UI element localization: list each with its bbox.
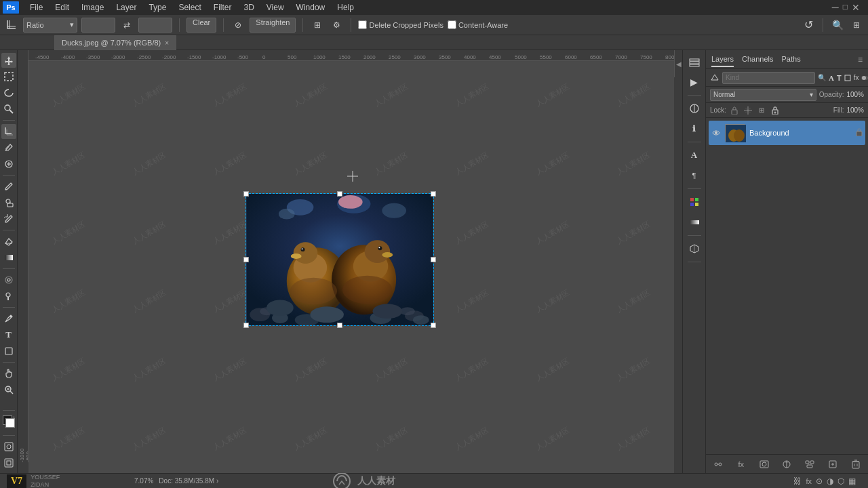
status-3d-btn[interactable]: ⬡ [837,476,844,486]
close-btn[interactable]: ✕ [852,2,860,13]
magic-wand-tool[interactable] [1,102,16,117]
healing-brush-tool[interactable] [1,157,16,171]
crop-handle-mr[interactable] [431,257,436,262]
status-fx-btn[interactable]: fx [806,477,812,485]
crop-handle-bl[interactable] [243,323,249,328]
tab-close-btn[interactable]: × [165,39,169,47]
menu-view[interactable]: View [261,1,290,14]
maximize-btn[interactable]: □ [843,2,848,13]
gradient-panel-btn[interactable] [686,214,703,231]
crop-handle-bm[interactable] [337,323,342,328]
foreground-background-colors[interactable]: ↕ [1,414,16,429]
info-btn[interactable]: ℹ [686,120,703,138]
width-input[interactable] [81,18,115,33]
adjustments-btn[interactable] [686,100,703,117]
move-tool[interactable] [1,53,16,68]
status-adjust-btn[interactable]: ◑ [827,476,833,486]
layer-background[interactable]: Background [709,121,865,145]
lasso-tool[interactable] [1,85,16,100]
status-link-btn[interactable]: ⛓ [793,476,802,486]
menu-window[interactable]: Window [291,1,331,14]
crop-handle-tl[interactable] [243,191,249,197]
crop-tool[interactable] [1,124,16,139]
swatches-btn[interactable] [686,193,703,211]
shape-tool[interactable] [1,344,16,359]
eraser-tool[interactable] [1,234,16,249]
zoom-tool[interactable] [1,382,16,397]
menu-help[interactable]: Help [332,1,359,14]
delete-layer-btn[interactable] [849,458,863,471]
crop-handle-tr[interactable] [431,191,436,197]
brush-tool[interactable] [1,179,16,194]
straighten-btn[interactable]: Straighten [250,18,296,33]
pen-tool[interactable] [1,311,16,326]
history-brush-tool[interactable] [1,211,16,226]
dodge-tool[interactable] [1,289,16,304]
tab-paths[interactable]: Paths [782,52,801,67]
collapse-panel-btn[interactable]: ◀ [674,50,682,77]
minimize-btn[interactable]: ─ [832,2,839,13]
text-tool[interactable]: T [1,327,16,342]
lock-artboards-btn[interactable]: ⊞ [756,105,767,116]
reset-btn[interactable]: ↺ [801,18,816,33]
layer-search-input[interactable] [722,72,815,84]
quick-mask-mode[interactable] [1,439,16,454]
hand-tool[interactable] [1,366,16,381]
lock-all-btn[interactable] [770,105,781,116]
menu-layer[interactable]: Layer [111,1,142,14]
layer-visibility-toggle[interactable] [711,128,721,138]
tab-channels[interactable]: Channels [742,52,773,67]
eyedropper-tool[interactable] [1,140,16,155]
search-btn[interactable]: 🔍 [830,18,845,33]
expand-arrow[interactable]: › [216,477,218,485]
lock-pixels-btn[interactable] [729,105,740,116]
menu-file[interactable]: File [24,1,48,14]
filter-type-btn[interactable] [710,71,719,85]
height-input[interactable] [138,18,172,33]
status-mask-btn[interactable]: ⊙ [816,476,823,486]
layer-effects-btn[interactable]: fx [734,458,748,471]
menu-3d[interactable]: 3D [238,1,259,14]
tab-layers[interactable]: Layers [711,52,734,67]
image-container[interactable] [245,193,434,326]
panel-options-btn[interactable]: ≡ [858,55,863,64]
delete-cropped-pixels-label[interactable]: Delete Cropped Pixels [358,20,443,29]
ratio-dropdown[interactable]: Ratio ▾ [23,18,77,33]
settings-icon[interactable]: ⚙ [329,18,344,33]
layer-link-btn[interactable] [711,458,725,471]
filter-options-shape[interactable] [844,71,851,85]
filter-options-a[interactable]: A [829,71,834,85]
canvas-content[interactable]: 人人素材区 人人素材区 人人素材区 人人素材区 人人素材区 人人素材区 人人素材… [28,61,674,473]
blend-mode-dropdown[interactable]: Normal ▾ [710,89,816,101]
crop-handle-tm[interactable] [337,191,342,197]
canvas-area[interactable]: WWW.叫叫-SC-COM -4500 -4000 -3500 -3000 -2… [18,50,674,473]
filter-toggle[interactable] [861,71,868,85]
new-layer-btn[interactable] [826,458,840,471]
group-layers-btn[interactable] [803,458,816,471]
content-aware-checkbox[interactable] [448,20,456,29]
menu-select[interactable]: Select [173,1,206,14]
layer-mask-btn[interactable] [757,458,771,471]
rectangular-marquee-tool[interactable] [1,69,16,84]
view-options-btn[interactable]: ⊞ [849,18,864,33]
crop-handle-ml[interactable] [243,257,249,262]
gradient-tool[interactable] [1,250,16,265]
adjustment-layer-btn[interactable] [780,458,793,471]
clear-btn[interactable]: Clear [186,18,216,33]
menu-filter[interactable]: Filter [208,1,237,14]
lock-position-btn[interactable] [743,105,753,116]
character-panel-btn[interactable]: A [686,146,703,164]
layers-panel-btn[interactable] [686,53,703,70]
blur-tool[interactable] [1,272,16,287]
3d-btn[interactable] [686,240,703,258]
grid-overlay-icon[interactable]: ⊞ [310,18,325,33]
crop-handle-br[interactable] [431,323,436,328]
swap-dimensions-btn[interactable]: ⇄ [119,18,134,33]
content-aware-label[interactable]: Content-Aware [448,20,508,29]
delete-cropped-pixels-checkbox[interactable] [358,20,367,29]
filter-options-t[interactable]: T [837,71,842,85]
menu-image[interactable]: Image [76,1,109,14]
status-group-btn[interactable]: ▦ [848,476,856,486]
screen-mode[interactable] [1,455,16,470]
document-tab[interactable]: Ducks.jpeg @ 7.07% (RGB/8) × [54,35,176,50]
